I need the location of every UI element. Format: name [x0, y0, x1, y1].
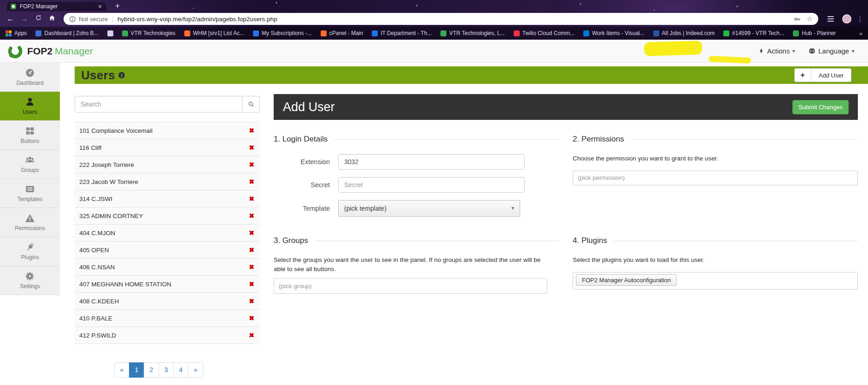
- bookmark-item[interactable]: VTR Technologies, L...: [440, 30, 505, 36]
- delete-user-icon[interactable]: ✖: [249, 161, 254, 168]
- app-header: FOP2Manager Actions ▾ Language ▾: [0, 40, 868, 63]
- bookmark-label: #14599 - VTR Tech...: [732, 30, 784, 36]
- bookmark-item[interactable]: [107, 30, 113, 36]
- bookmark-item[interactable]: My Subscriptions -...: [253, 30, 312, 36]
- user-list-item[interactable]: 116 Cliff✖: [75, 139, 260, 156]
- bookmark-label: Dashboard | Zoho B...: [44, 30, 98, 36]
- sidebar-item-users[interactable]: Users: [0, 92, 60, 121]
- secret-label: Secret: [274, 181, 338, 189]
- new-tab-button[interactable]: +: [115, 2, 120, 10]
- user-list-item[interactable]: 406 C.NSAN✖: [75, 259, 260, 276]
- delete-user-icon[interactable]: ✖: [249, 332, 254, 339]
- reading-list-icon[interactable]: [827, 16, 834, 22]
- tab-close-icon[interactable]: ×: [97, 3, 103, 10]
- bookmark-item[interactable]: Work Items - Visual...: [583, 30, 645, 36]
- delete-user-icon[interactable]: ✖: [249, 246, 254, 254]
- user-list-item[interactable]: 410 P.BALE✖: [75, 310, 260, 327]
- delete-user-icon[interactable]: ✖: [249, 297, 254, 305]
- delete-user-icon[interactable]: ✖: [249, 195, 254, 202]
- language-label: Language: [818, 47, 849, 55]
- plugin-picker[interactable]: FOP2 Manager Autoconfiguration: [573, 272, 858, 290]
- section-divider: [614, 241, 858, 241]
- pagination-page-4[interactable]: 4: [173, 362, 188, 378]
- user-list-item[interactable]: 412 P.SWILD✖: [75, 327, 260, 344]
- browser-menu-icon[interactable]: ⋮: [857, 15, 863, 23]
- delete-user-icon[interactable]: ✖: [249, 144, 254, 151]
- plugin-chip[interactable]: FOP2 Manager Autoconfiguration: [576, 274, 677, 286]
- user-list-item[interactable]: 101 Compliance Voicemail✖: [75, 122, 260, 139]
- bookmark-item[interactable]: Dashboard | Zoho B...: [35, 30, 98, 36]
- pagination-page-1[interactable]: 1: [129, 362, 144, 378]
- delete-user-icon[interactable]: ✖: [249, 314, 254, 322]
- sidebar-item-settings[interactable]: Settings: [0, 266, 60, 295]
- ticket-favicon: [723, 30, 729, 36]
- forward-icon[interactable]: →: [18, 14, 30, 24]
- language-menu[interactable]: Language ▾: [809, 47, 854, 55]
- bookmarks-overflow-icon[interactable]: »: [859, 30, 862, 37]
- actions-menu[interactable]: Actions ▾: [652, 44, 795, 58]
- pagination-page-3[interactable]: 3: [158, 362, 174, 378]
- bookmark-item[interactable]: WHM [srv1] List Ac...: [184, 30, 244, 36]
- key-icon[interactable]: [793, 15, 801, 23]
- info-circle-icon[interactable]: [69, 16, 76, 23]
- bookmark-item[interactable]: Twilio Cloud Comm...: [514, 30, 575, 36]
- delete-user-icon[interactable]: ✖: [249, 280, 254, 288]
- user-name: 408 C.KDEEH: [79, 298, 119, 305]
- home-icon[interactable]: [46, 14, 58, 24]
- add-user-button[interactable]: Add User: [811, 69, 851, 82]
- browser-tab[interactable]: FOP2 Manager ×: [6, 1, 107, 11]
- bookmark-item[interactable]: Hub - Planner: [793, 30, 836, 36]
- section-divider: [334, 139, 559, 140]
- fop2-logo[interactable]: FOP2Manager: [7, 43, 93, 59]
- delete-user-icon[interactable]: ✖: [249, 178, 254, 185]
- sidebar-item-permissions[interactable]: Permissions: [0, 208, 60, 237]
- bookmark-item[interactable]: cPanel - Main: [321, 30, 363, 36]
- bookmark-item[interactable]: Apps: [6, 30, 27, 36]
- user-list-item[interactable]: 408 C.KDEEH✖: [75, 293, 260, 310]
- submit-changes-button[interactable]: Submit Changes: [792, 100, 849, 114]
- sidebar-item-groups[interactable]: Groups: [0, 150, 60, 179]
- pagination-prev[interactable]: «: [114, 362, 129, 378]
- group-picker[interactable]: [274, 278, 547, 294]
- search-input[interactable]: [75, 96, 242, 113]
- secret-field[interactable]: [338, 177, 525, 193]
- extension-label: Extension: [274, 158, 338, 166]
- pagination-next[interactable]: »: [188, 362, 203, 378]
- sidebar-item-buttons[interactable]: Buttons: [0, 121, 60, 150]
- bookmark-item[interactable]: IT Department - Th...: [372, 30, 432, 36]
- bookmark-item[interactable]: #14599 - VTR Tech...: [723, 30, 784, 36]
- user-list-item[interactable]: 405 OPEN✖: [75, 242, 260, 259]
- extension-field[interactable]: [338, 154, 525, 170]
- sidebar-item-templates[interactable]: Templates: [0, 179, 60, 208]
- search-button[interactable]: [242, 96, 260, 113]
- sidebar-item-plugins[interactable]: Plugins: [0, 237, 60, 266]
- refresh-icon[interactable]: [32, 14, 44, 24]
- back-icon[interactable]: ←: [5, 14, 17, 24]
- bookmark-label: IT Department - Th...: [381, 30, 432, 36]
- user-list-item[interactable]: 314 C.JSWI✖: [75, 190, 260, 207]
- bookmark-item[interactable]: All Jobs | Indeed.com: [653, 30, 715, 36]
- user-list-item[interactable]: 222 Joseph Torriere✖: [75, 156, 260, 173]
- permissions-help: Choose the permission you want to grant …: [573, 154, 858, 163]
- user-list-item[interactable]: 407 MEGHANN HOME STATION✖: [75, 276, 260, 293]
- delete-user-icon[interactable]: ✖: [249, 229, 254, 237]
- profile-avatar[interactable]: [842, 14, 851, 24]
- info-icon[interactable]: i: [118, 72, 125, 78]
- delete-user-icon[interactable]: ✖: [249, 212, 254, 219]
- template-select[interactable]: (pick template) ▼: [338, 200, 520, 217]
- user-list-item[interactable]: 223 Jacob W Torriere✖: [75, 173, 260, 190]
- delete-user-icon[interactable]: ✖: [249, 127, 254, 134]
- bookmark-item[interactable]: VTR Technologies: [122, 30, 176, 36]
- url-bar[interactable]: Not secure hybrid-srs.wny-voip.me/fop2/a…: [64, 13, 818, 25]
- add-user-plus-button[interactable]: +: [795, 69, 811, 82]
- url-text[interactable]: hybrid-srs.wny-voip.me/fop2/admin/pagebs…: [117, 16, 788, 23]
- delete-user-icon[interactable]: ✖: [249, 263, 254, 271]
- page-title-bar: Users i + Add User: [75, 66, 868, 84]
- section-divider: [630, 139, 858, 140]
- user-list-item[interactable]: 325 ADMIN CORTNEY✖: [75, 207, 260, 225]
- bookmark-star-icon[interactable]: ☆: [807, 15, 813, 23]
- pagination-page-2[interactable]: 2: [144, 362, 159, 378]
- sidebar-item-dashboard[interactable]: Dashboard: [0, 63, 60, 92]
- user-list-item[interactable]: 404 C.MJON✖: [75, 225, 260, 242]
- permission-picker[interactable]: [573, 171, 858, 185]
